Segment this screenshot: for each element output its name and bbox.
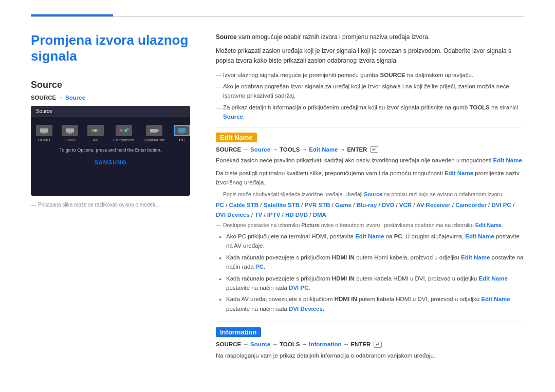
tv-icon-hdmi1[interactable]: HDMI1: [36, 125, 52, 142]
intro-text-1: vam omogućuje odabir raznih izvora i pro…: [237, 33, 430, 41]
tv-icon-box-hdmi1: [36, 125, 52, 136]
separator-1: [216, 127, 524, 127]
dot-item-3: Kada računalo povezujete s priključkom H…: [226, 274, 524, 293]
tv-icon-pc[interactable]: ✓ PC: [174, 125, 190, 142]
tv-icon-hdmi2[interactable]: HDMI2: [62, 125, 78, 142]
editname-note-1: Popis može obuhvaćati sljedeće izvorišne…: [216, 191, 524, 199]
info-cmd-tools-label: TOOLS: [280, 341, 300, 347]
bullet-item-3: Za prikaz detaljnih informacija o priklj…: [216, 103, 524, 122]
tv-icon-box-pc: ✓: [174, 125, 190, 136]
right-column: Source vam omogućuje odabir raznih izvor…: [216, 32, 524, 368]
left-column: Promjena izvora ulaznog signala Source S…: [31, 32, 195, 368]
edit-name-title: Edit Name: [216, 133, 257, 142]
svg-rect-0: [40, 128, 48, 133]
tv-icon-displayport[interactable]: DisplayPort: [143, 125, 164, 142]
enter-icon: ↵: [370, 146, 378, 153]
tv-icon-label-hdmi2: HDMI2: [64, 138, 77, 142]
page-container: Promjena izvora ulaznog signala Source S…: [0, 0, 555, 392]
editname-note-2: Dostupne postavke na izborniku Picture o…: [216, 221, 524, 230]
editname-body-1: Ponekad zaslon neće pravilno prikazivati…: [216, 156, 524, 165]
checkmark-icon: ✓: [187, 123, 190, 128]
editname-dot-list: Ako PC priključujete na terminal HDMI, p…: [216, 232, 524, 313]
svg-rect-1: [42, 133, 46, 134]
intro-bullet-list: Izvor ulaznog signala moguće je promijen…: [216, 70, 524, 122]
svg-marker-12: [157, 129, 159, 132]
intro-paragraph-1: Source vam omogućuje odabir raznih izvor…: [216, 32, 524, 42]
svg-point-9: [124, 129, 127, 132]
bullet-item-2: Ako je odabran pogrešan izvor signala za…: [216, 82, 524, 101]
cmd-enter-label: ENTER: [347, 146, 367, 153]
dot-item-4: Kada AV uređaj povezujete s priključkom …: [226, 294, 524, 313]
tv-icon-box-hdmi2: [62, 125, 78, 136]
tv-icon-label-component: Component: [113, 138, 134, 142]
tv-icon-box-component: [116, 125, 132, 136]
separator-2: [216, 322, 524, 322]
dot-item-2: Kada računalo povezujete s priključkom H…: [226, 253, 524, 272]
information-title: Information: [216, 327, 261, 337]
svg-point-7: [119, 129, 122, 132]
tv-icon-label-hdmi1: HDMI1: [38, 138, 51, 142]
source-path-label: SOURCE →: [31, 95, 65, 101]
info-cmd-source-link: Source: [250, 341, 270, 347]
cmd-source-link: Source: [250, 146, 270, 153]
dot-item-1: Ako PC priključujete na terminal HDMI, p…: [226, 232, 524, 251]
info-enter-icon: ↵: [374, 342, 382, 348]
image-note: Prikazana slika može se razlikovati ovis…: [31, 202, 195, 208]
editname-body-2: Da biste postigli optimalnu kvalitetu sl…: [216, 169, 524, 188]
tv-icon-box-displayport: [146, 125, 162, 136]
info-cmd-source-label: SOURCE: [216, 341, 241, 347]
svg-point-6: [97, 129, 100, 132]
bullet-item-1: Izvor ulaznog signala moguće je promijen…: [216, 70, 524, 80]
edit-name-section: Edit Name SOURCE → Source → TOOLS → Edit…: [216, 133, 524, 314]
intro-paragraph-2: Možete prikazati zaslon uređaja koji je …: [216, 46, 524, 66]
tv-icons-row: HDMI1 HDMI2: [31, 117, 190, 145]
tv-icon-label-av: AV: [93, 138, 98, 142]
tv-icon-av[interactable]: AV: [87, 125, 104, 142]
cmd-source-label: SOURCE: [216, 146, 241, 153]
svg-point-8: [122, 129, 124, 132]
cmd-editname-link: Edit Name: [309, 146, 338, 153]
device-list: PC / Cable STB / Satellite STB / PVR STB…: [216, 200, 524, 219]
source-path-link[interactable]: Source: [65, 95, 85, 101]
svg-rect-14: [180, 133, 183, 134]
tv-icon-label-pc: PC: [179, 138, 185, 142]
svg-rect-3: [68, 133, 72, 134]
info-cmd-info-link: Information: [309, 341, 341, 347]
information-body: Na raspolaganju vam je prikaz detaljnih …: [216, 351, 524, 360]
source-section-title: Source: [31, 80, 195, 90]
tv-icon-box-av: [87, 125, 104, 136]
svg-rect-11: [150, 129, 157, 133]
source-path: SOURCE → Source: [31, 95, 195, 101]
tv-screen-header: Source: [31, 106, 190, 117]
content-area: Promjena izvora ulaznog signala Source S…: [0, 17, 555, 384]
intro-bold-source: Source: [216, 33, 237, 41]
cmd-tools-label: TOOLS: [280, 146, 300, 153]
tv-icon-label-displayport: DisplayPort: [143, 138, 164, 142]
tv-icon-component[interactable]: Component: [113, 125, 134, 142]
svg-rect-2: [66, 128, 74, 133]
svg-point-10: [127, 128, 128, 130]
samsung-logo: SAMSUNG: [31, 155, 190, 170]
edit-name-cmd: SOURCE → Source → TOOLS → Edit Name → EN…: [216, 146, 524, 153]
tv-message: To go to Options, press and hold the Ent…: [31, 145, 190, 155]
tv-screen: Source HDMI1 HDMI2: [31, 106, 190, 196]
info-cmd-enter-label: ENTER: [350, 341, 371, 347]
svg-rect-13: [178, 128, 186, 133]
information-cmd: SOURCE → Source → TOOLS → Information → …: [216, 341, 524, 348]
page-title: Promjena izvora ulaznog signala: [31, 32, 195, 64]
information-section: Information SOURCE → Source → TOOLS → In…: [216, 327, 524, 360]
